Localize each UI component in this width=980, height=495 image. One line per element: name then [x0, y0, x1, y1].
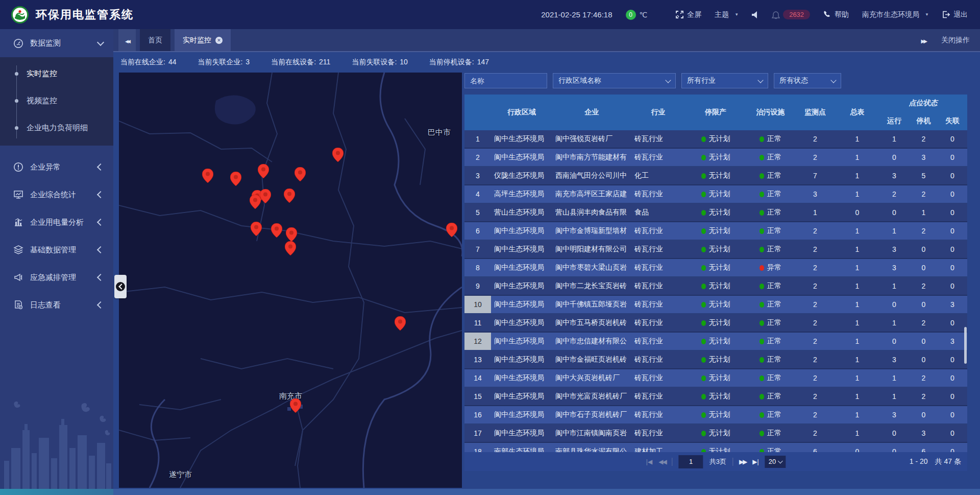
facility-status-cell: 正常 [746, 277, 795, 295]
company-cell: 阆中强锐页岩砖厂 [552, 130, 631, 148]
org-dropdown[interactable]: 南充市生态环境局 [862, 10, 929, 19]
stat-label: 当前失联设备: [352, 58, 397, 67]
sidebar-item-base-data[interactable]: 基础数据管理 [0, 236, 113, 264]
sidebar-item-electricity-analysis[interactable]: 企业用电量分析 [0, 208, 113, 236]
last-page-button[interactable]: ▶| [752, 458, 758, 465]
points-cell: 2 [795, 406, 836, 423]
region-cell: 阆中生态环境局 [491, 130, 552, 148]
table-row[interactable]: 9 阆中生态环境局 阆中市二龙长宝页岩砖 砖瓦行业 无计划 正常 2 1 1 [464, 277, 967, 296]
logout-button[interactable]: 退出 [942, 10, 968, 19]
column-points: 监测点 [795, 95, 836, 130]
map-pin[interactable] [332, 148, 344, 162]
double-chevron-right-icon[interactable] [921, 36, 926, 45]
table-row[interactable]: 13 阆中生态环境局 阆中市金福旺页岩机砖 砖瓦行业 无计划 正常 2 1 3 [464, 351, 967, 369]
limit-status-cell: 无计划 [685, 296, 746, 313]
table-row[interactable]: 11 阆中生态环境局 阆中市五马桥页岩机砖 砖瓦行业 无计划 正常 2 1 1 [464, 314, 967, 333]
sidebar-item-power-load-detail[interactable]: 企业电力负荷明细 [0, 114, 113, 142]
map-pin[interactable] [286, 227, 297, 242]
page-size-select[interactable]: 20 [765, 456, 786, 468]
table-row[interactable]: 6 阆中生态环境局 阆中市金博瑞新型墙材 砖瓦行业 无计划 正常 2 1 1 [464, 222, 967, 241]
offline-cell: 0 [938, 204, 967, 221]
table-row[interactable]: 17 阆中生态环境局 阆中市江南镇阆南页岩 砖瓦行业 无计划 正常 2 1 0 [464, 425, 967, 443]
map-pin[interactable] [251, 222, 262, 236]
table-row[interactable]: 16 阆中生态环境局 阆中市石子页岩机砖厂 砖瓦行业 无计划 正常 2 1 3 [464, 406, 967, 425]
map-pin[interactable] [271, 223, 282, 238]
column-meters: 总表 [836, 95, 879, 130]
map-pin[interactable] [202, 169, 213, 183]
table-row[interactable]: 14 阆中生态环境局 阆中大兴页岩机砖厂 砖瓦行业 无计划 正常 2 1 1 [464, 369, 967, 388]
help-button[interactable]: 帮助 [823, 10, 849, 19]
first-page-button[interactable]: |◀ [646, 458, 652, 465]
facility-status-cell: 正常 [746, 241, 795, 258]
chevron-down-icon [97, 38, 104, 45]
datetime: 2021-02-25 17:46:18 [541, 10, 612, 19]
notifications[interactable]: 2632 [772, 10, 810, 19]
region-select[interactable]: 行政区域名称 [553, 73, 676, 88]
map-pin[interactable] [258, 164, 269, 178]
sidebar-item-video-monitoring[interactable]: 视频监控 [0, 87, 113, 114]
industry-select[interactable]: 所有行业 [681, 73, 768, 88]
table-row[interactable]: 1 阆中生态环境局 阆中强锐页岩砖厂 砖瓦行业 无计划 正常 2 1 1 [464, 130, 967, 149]
table-row[interactable]: 4 高坪生态环境局 南充市高坪区王家店建 砖瓦行业 无计划 正常 3 1 2 [464, 185, 967, 204]
next-page-button[interactable]: ▶▶ [739, 458, 746, 465]
chevron-left-icon [97, 191, 104, 198]
stopped-cell: 3 [910, 149, 938, 166]
sound-icon[interactable] [752, 11, 758, 18]
divider [732, 458, 733, 466]
stat-value: 147 [477, 58, 489, 67]
map-pin[interactable] [395, 316, 406, 331]
region-cell: 阆中生态环境局 [491, 149, 552, 166]
table-row[interactable]: 10 阆中生态环境局 阆中千佛镇五郎垭页岩 砖瓦行业 无计划 正常 2 1 0 [464, 296, 967, 314]
stat-item: 当前在线企业: 44 [120, 58, 176, 67]
table-row[interactable]: 15 阆中生态环境局 阆中市光富页岩机砖厂 砖瓦行业 无计划 正常 2 1 1 [464, 388, 967, 406]
map-pin[interactable] [290, 398, 301, 413]
company-cell: 阆中市枣碧大梁山页岩 [552, 259, 631, 276]
sidebar: 数据监测 实时监控 视频监控 企业电力负荷明细 [0, 29, 113, 495]
table-scrollbar[interactable] [964, 327, 967, 364]
table-row[interactable]: 18 南部生态环境局 南部县珠华水泥有限公 建材加工 无计划 正常 6 0 0 [464, 443, 967, 452]
company-cell: 阆中市二龙长宝页岩砖 [552, 277, 631, 295]
map-pin[interactable] [230, 172, 241, 186]
table-row[interactable]: 7 阆中生态环境局 阆中明阳建材有限公司 砖瓦行业 无计划 正常 2 1 3 [464, 241, 967, 259]
industry-cell: 砖瓦行业 [631, 222, 685, 240]
row-number-cell: 13 [464, 351, 491, 368]
tabs-scroll-left-button[interactable] [118, 29, 136, 51]
company-cell: 阆中市江南镇阆南页岩 [552, 425, 631, 442]
fullscreen-button[interactable]: 全屏 [676, 10, 701, 19]
map-pin[interactable] [250, 195, 261, 209]
sidebar-item-data-monitoring[interactable]: 数据监测 [0, 29, 113, 57]
close-operations-button[interactable]: 关闭操作 [941, 36, 970, 45]
points-cell: 2 [795, 388, 836, 405]
stopped-cell: 0 [910, 259, 938, 276]
map-pin[interactable] [260, 189, 271, 203]
region-cell: 阆中生态环境局 [491, 314, 552, 332]
name-search-input[interactable] [464, 73, 547, 88]
sidebar-item-enterprise-anomaly[interactable]: 企业异常 [0, 153, 113, 181]
sidebar-item-realtime-monitoring[interactable]: 实时监控 [0, 60, 113, 87]
tab-home[interactable]: 首页 [140, 29, 170, 51]
facility-status-cell: 正常 [746, 388, 795, 405]
table-row[interactable]: 3 仪陇生态环境局 西南油气田分公司川中 化工 无计划 正常 7 1 3 [464, 167, 967, 185]
page-number-input[interactable] [679, 455, 703, 468]
map-collapse-toggle[interactable] [114, 275, 127, 298]
table-row[interactable]: 8 阆中生态环境局 阆中市枣碧大梁山页岩 砖瓦行业 无计划 异常 2 1 3 [464, 259, 967, 277]
tab-realtime-monitoring[interactable]: 实时监控 [175, 29, 231, 51]
table-row[interactable]: 2 阆中生态环境局 阆中市南方节能建材有 砖瓦行业 无计划 正常 2 1 0 [464, 149, 967, 167]
sidebar-item-emergency-reduction[interactable]: 应急减排管理 [0, 264, 113, 291]
sidebar-item-log-view[interactable]: 日志查看 [0, 291, 113, 319]
map-pin[interactable] [284, 188, 295, 203]
running-cell: 0 [879, 204, 910, 221]
map-panel[interactable]: 巴中市 南充市 遂宁市 [119, 73, 462, 488]
prev-page-button[interactable]: ◀◀ [658, 458, 666, 465]
row-number-cell: 1 [464, 130, 491, 148]
map-pin[interactable] [285, 241, 296, 255]
theme-dropdown[interactable]: 主题 [715, 10, 739, 19]
tab-close-icon[interactable] [215, 37, 223, 44]
table-row[interactable]: 12 阆中生态环境局 阆中市忠信建材有限公 砖瓦行业 无计划 正常 2 1 0 [464, 333, 967, 351]
status-select[interactable]: 所有状态 [774, 73, 841, 88]
stat-value: 3 [246, 58, 250, 67]
sidebar-item-enterprise-statistics[interactable]: 企业综合统计 [0, 181, 113, 208]
map-pin[interactable] [446, 223, 457, 237]
table-row[interactable]: 5 营山生态环境局 营山县润丰肉食品有限 食品 无计划 正常 1 0 0 [464, 204, 967, 222]
map-pin[interactable] [295, 167, 306, 181]
